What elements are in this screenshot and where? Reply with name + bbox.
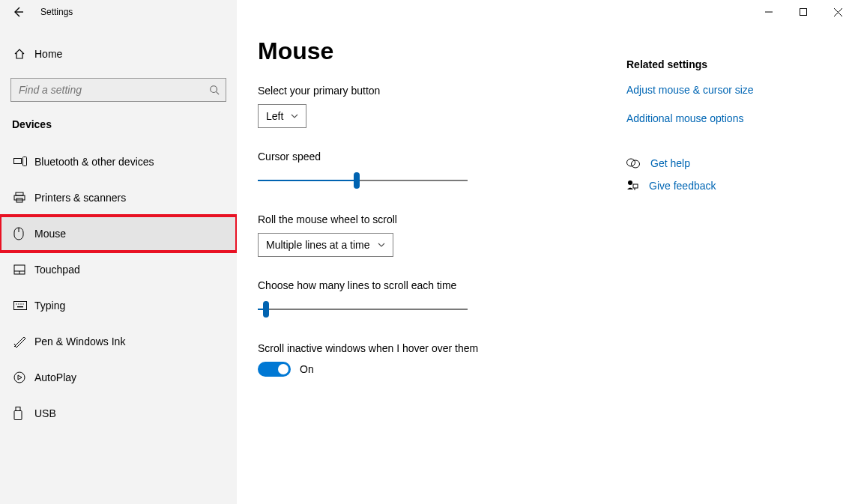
- help-icon: [626, 157, 640, 169]
- sidebar-item-pen[interactable]: Pen & Windows Ink: [0, 324, 237, 359]
- sidebar-item-label: Touchpad: [34, 264, 80, 276]
- svg-rect-2: [23, 157, 27, 166]
- get-help-label: Get help: [650, 157, 690, 169]
- inactive-windows-label: Scroll inactive windows when I hover ove…: [258, 342, 626, 354]
- sidebar-item-mouse[interactable]: Mouse: [0, 216, 237, 252]
- lines-scroll-slider[interactable]: [258, 299, 468, 320]
- give-feedback-link[interactable]: Give feedback: [626, 180, 810, 192]
- sidebar-item-label: AutoPlay: [34, 371, 76, 383]
- svg-point-17: [14, 372, 25, 383]
- sidebar-item-label: Bluetooth & other devices: [34, 156, 154, 168]
- titlebar-left: Settings: [0, 0, 237, 24]
- sidebar-section-label: Devices: [0, 102, 237, 136]
- chevron-down-icon: [378, 243, 385, 247]
- wheel-scroll-label: Roll the mouse wheel to scroll: [258, 213, 626, 225]
- sidebar-item-printers[interactable]: Printers & scanners: [0, 180, 237, 216]
- sidebar-item-label: Pen & Windows Ink: [34, 336, 125, 347]
- link-additional-mouse-options[interactable]: Additional mouse options: [626, 112, 810, 124]
- svg-rect-16: [17, 306, 23, 307]
- devices-icon: [13, 157, 34, 167]
- sidebar-nav: Bluetooth & other devices Printers & sca…: [0, 136, 237, 431]
- slider-fill: [258, 180, 357, 181]
- svg-rect-1: [14, 159, 22, 164]
- slider-thumb[interactable]: [263, 301, 269, 318]
- toggle-knob: [278, 364, 288, 374]
- search-input-wrap[interactable]: [10, 78, 226, 102]
- pen-icon: [13, 336, 34, 347]
- primary-button-select[interactable]: Left: [258, 104, 306, 128]
- svg-rect-21: [800, 9, 807, 16]
- sidebar-item-label: Mouse: [34, 228, 66, 240]
- back-button[interactable]: [0, 0, 36, 24]
- cursor-speed-slider[interactable]: [258, 170, 468, 191]
- svg-point-22: [627, 159, 635, 166]
- svg-point-15: [22, 303, 23, 304]
- chevron-down-icon: [291, 114, 298, 118]
- svg-point-13: [18, 303, 19, 304]
- wheel-scroll-select[interactable]: Multiple lines at a time: [258, 233, 393, 257]
- sidebar-item-label: Typing: [34, 300, 65, 312]
- main-content: Mouse Select your primary button Left Cu…: [237, 0, 855, 504]
- svg-point-23: [632, 160, 640, 168]
- sidebar: Settings Home Devices Bluetooth & oth: [0, 0, 237, 504]
- cursor-speed-label: Cursor speed: [258, 151, 626, 163]
- svg-point-14: [20, 303, 21, 304]
- lines-scroll-label: Choose how many lines to scroll each tim…: [258, 279, 626, 291]
- get-help-link[interactable]: Get help: [626, 157, 810, 169]
- svg-rect-4: [14, 195, 25, 200]
- svg-rect-3: [16, 192, 23, 195]
- link-adjust-mouse-size[interactable]: Adjust mouse & cursor size: [626, 84, 810, 96]
- svg-point-0: [211, 86, 217, 93]
- primary-button-label: Select your primary button: [258, 85, 626, 97]
- sidebar-item-touchpad[interactable]: Touchpad: [0, 252, 237, 288]
- slider-track: [258, 309, 468, 310]
- svg-point-12: [16, 303, 16, 304]
- sidebar-item-home[interactable]: Home: [0, 37, 237, 70]
- search-input[interactable]: [19, 84, 209, 96]
- sidebar-item-usb[interactable]: USB: [0, 395, 237, 431]
- search-icon: [209, 85, 220, 95]
- printer-icon: [13, 192, 34, 204]
- slider-thumb[interactable]: [354, 172, 360, 189]
- window-title: Settings: [36, 7, 73, 17]
- home-icon: [13, 48, 34, 60]
- primary-button-value: Left: [266, 110, 283, 122]
- home-label: Home: [34, 48, 62, 60]
- sidebar-item-bluetooth[interactable]: Bluetooth & other devices: [0, 144, 237, 180]
- keyboard-icon: [13, 301, 34, 310]
- give-feedback-label: Give feedback: [649, 180, 716, 192]
- page-title: Mouse: [258, 37, 626, 65]
- svg-rect-19: [14, 411, 22, 420]
- wheel-scroll-value: Multiple lines at a time: [266, 239, 370, 251]
- sidebar-item-typing[interactable]: Typing: [0, 288, 237, 324]
- svg-rect-18: [16, 407, 20, 411]
- svg-point-24: [628, 180, 632, 185]
- window-controls: [752, 0, 855, 24]
- related-heading: Related settings: [626, 58, 810, 70]
- svg-rect-25: [633, 184, 638, 188]
- feedback-icon: [626, 180, 638, 192]
- sidebar-item-label: Printers & scanners: [34, 192, 126, 204]
- usb-icon: [13, 407, 34, 420]
- close-button[interactable]: [821, 0, 855, 24]
- sidebar-item-autoplay[interactable]: AutoPlay: [0, 359, 237, 395]
- related-settings-panel: Related settings Adjust mouse & cursor s…: [626, 0, 825, 504]
- minimize-button[interactable]: [752, 0, 786, 24]
- mouse-icon: [13, 227, 34, 240]
- touchpad-icon: [13, 264, 34, 275]
- maximize-button[interactable]: [786, 0, 821, 24]
- inactive-windows-value: On: [300, 363, 314, 375]
- svg-rect-11: [14, 302, 27, 310]
- sidebar-item-label: USB: [34, 407, 56, 419]
- inactive-windows-toggle[interactable]: [258, 362, 291, 377]
- autoplay-icon: [13, 371, 34, 383]
